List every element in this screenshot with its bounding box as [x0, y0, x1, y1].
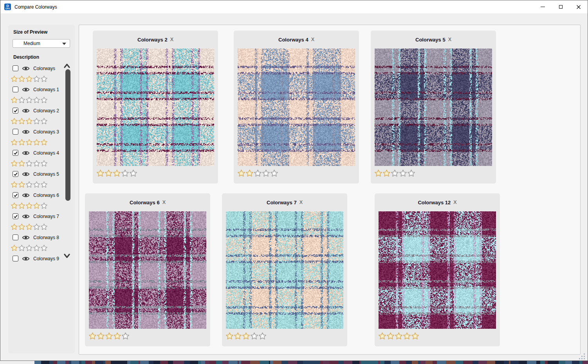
star-filled-icon[interactable] — [97, 332, 105, 340]
star-empty-icon[interactable] — [33, 118, 40, 124]
star-filled-icon[interactable] — [113, 169, 121, 177]
eye-icon[interactable] — [22, 150, 30, 156]
star-filled-icon[interactable] — [33, 202, 40, 209]
star-empty-icon[interactable] — [399, 169, 407, 177]
eye-icon[interactable] — [22, 171, 30, 177]
star-empty-icon[interactable] — [391, 169, 399, 177]
eye-icon[interactable] — [22, 214, 30, 219]
star-filled-icon[interactable] — [379, 332, 386, 340]
star-filled-icon[interactable] — [11, 97, 18, 103]
eye-icon[interactable] — [22, 129, 30, 135]
star-filled-icon[interactable] — [411, 332, 419, 340]
star-filled-icon[interactable] — [375, 169, 382, 177]
visibility-checkbox[interactable] — [13, 129, 18, 135]
eye-icon[interactable] — [22, 87, 30, 92]
star-empty-icon[interactable] — [33, 223, 40, 230]
star-filled-icon[interactable] — [89, 332, 96, 340]
star-filled-icon[interactable] — [11, 181, 18, 188]
star-empty-icon[interactable] — [41, 223, 47, 230]
star-empty-icon[interactable] — [26, 97, 32, 103]
star-empty-icon[interactable] — [41, 97, 47, 103]
star-empty-icon[interactable] — [271, 169, 278, 177]
star-filled-icon[interactable] — [18, 160, 25, 167]
star-empty-icon[interactable] — [33, 97, 40, 103]
star-filled-icon[interactable] — [403, 332, 411, 340]
star-empty-icon[interactable] — [251, 332, 258, 340]
resize-grip[interactable] — [578, 353, 585, 360]
card-close-button[interactable]: X — [299, 200, 303, 205]
visibility-checkbox[interactable] — [13, 256, 18, 261]
card-close-button[interactable]: X — [311, 37, 314, 42]
visibility-checkbox[interactable] — [13, 192, 18, 198]
minimize-button[interactable] — [534, 0, 552, 13]
star-filled-icon[interactable] — [387, 332, 394, 340]
star-empty-icon[interactable] — [254, 169, 262, 177]
star-filled-icon[interactable] — [242, 332, 250, 340]
star-filled-icon[interactable] — [11, 160, 18, 167]
star-filled-icon[interactable] — [246, 169, 253, 177]
star-filled-icon[interactable] — [26, 139, 32, 146]
star-empty-icon[interactable] — [41, 76, 47, 82]
star-filled-icon[interactable] — [105, 332, 113, 340]
star-empty-icon[interactable] — [41, 202, 47, 209]
star-empty-icon[interactable] — [33, 76, 40, 82]
card-close-button[interactable]: X — [162, 200, 166, 205]
star-filled-icon[interactable] — [26, 76, 32, 82]
visibility-checkbox[interactable] — [13, 213, 18, 219]
star-empty-icon[interactable] — [122, 332, 129, 340]
star-empty-icon[interactable] — [18, 97, 25, 103]
star-empty-icon[interactable] — [26, 160, 32, 167]
star-filled-icon[interactable] — [11, 245, 18, 251]
star-empty-icon[interactable] — [259, 332, 266, 340]
star-filled-icon[interactable] — [18, 223, 25, 230]
star-empty-icon[interactable] — [26, 245, 32, 251]
visibility-checkbox[interactable] — [13, 171, 18, 177]
star-filled-icon[interactable] — [18, 118, 25, 124]
card-close-button[interactable]: X — [170, 37, 173, 42]
star-filled-icon[interactable] — [41, 139, 47, 146]
eye-icon[interactable] — [22, 193, 30, 198]
visibility-checkbox[interactable] — [13, 108, 18, 114]
star-empty-icon[interactable] — [121, 169, 129, 177]
star-empty-icon[interactable] — [33, 181, 40, 188]
visibility-checkbox[interactable] — [13, 234, 18, 240]
star-filled-icon[interactable] — [234, 332, 242, 340]
star-empty-icon[interactable] — [41, 245, 47, 251]
card-close-button[interactable]: X — [453, 200, 456, 205]
star-filled-icon[interactable] — [26, 202, 32, 209]
star-filled-icon[interactable] — [11, 223, 18, 230]
star-empty-icon[interactable] — [33, 160, 40, 167]
eye-icon[interactable] — [22, 256, 30, 261]
star-empty-icon[interactable] — [41, 181, 47, 188]
star-filled-icon[interactable] — [26, 118, 32, 124]
star-filled-icon[interactable] — [18, 181, 25, 188]
star-filled-icon[interactable] — [226, 332, 233, 340]
star-filled-icon[interactable] — [11, 202, 18, 209]
visibility-checkbox[interactable] — [13, 150, 18, 156]
star-filled-icon[interactable] — [18, 202, 25, 209]
visibility-checkbox[interactable] — [13, 86, 18, 92]
card-close-button[interactable]: X — [448, 37, 451, 42]
star-filled-icon[interactable] — [26, 223, 32, 230]
star-filled-icon[interactable] — [11, 76, 18, 82]
close-button[interactable] — [570, 0, 588, 13]
star-filled-icon[interactable] — [33, 139, 40, 146]
star-empty-icon[interactable] — [18, 245, 25, 251]
star-empty-icon[interactable] — [262, 169, 270, 177]
star-empty-icon[interactable] — [41, 160, 47, 167]
star-filled-icon[interactable] — [105, 169, 112, 177]
star-filled-icon[interactable] — [11, 118, 18, 124]
star-empty-icon[interactable] — [130, 169, 137, 177]
star-empty-icon[interactable] — [408, 169, 415, 177]
star-empty-icon[interactable] — [33, 245, 40, 251]
scrollbar-up-arrow[interactable] — [64, 63, 70, 68]
star-filled-icon[interactable] — [238, 169, 245, 177]
eye-icon[interactable] — [22, 108, 30, 114]
eye-icon[interactable] — [22, 66, 30, 71]
maximize-button[interactable] — [552, 0, 570, 13]
size-dropdown[interactable]: Medium — [13, 39, 70, 48]
star-filled-icon[interactable] — [97, 169, 104, 177]
star-filled-icon[interactable] — [18, 139, 25, 146]
star-filled-icon[interactable] — [11, 139, 18, 146]
star-filled-icon[interactable] — [114, 332, 121, 340]
